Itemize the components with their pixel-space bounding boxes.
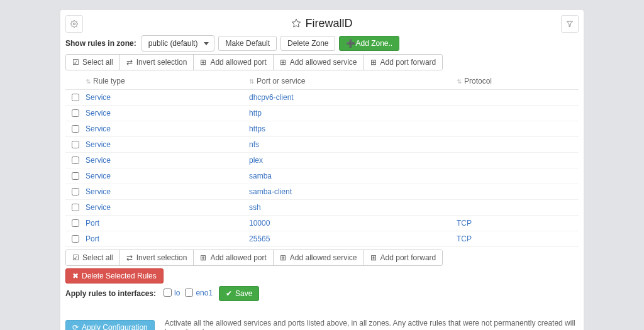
plus-icon: ➕ [346, 40, 352, 47]
apply-configuration-button[interactable]: ⟳ Apply Configuration [65, 320, 155, 330]
cell-protocol[interactable]: TCP [453, 231, 579, 247]
cell-port-or-service[interactable]: 10000 [245, 216, 453, 231]
sort-icon: ⇅ [86, 78, 91, 85]
table-row: Servicessh [65, 200, 579, 216]
table-row: Port25565TCP [65, 231, 579, 247]
plus-square-icon: ⊞ [280, 59, 286, 65]
check-icon: ☑ [72, 255, 79, 261]
cell-protocol[interactable] [453, 168, 579, 184]
swap-icon: ⇄ [126, 255, 133, 261]
interface-name: lo [174, 289, 180, 297]
col-protocol[interactable]: ⇅Protocol [453, 73, 579, 90]
cell-port-or-service[interactable]: ssh [245, 200, 453, 216]
row-checkbox[interactable] [72, 141, 79, 148]
invert-selection-button[interactable]: ⇄Invert selection [120, 250, 194, 265]
cell-protocol[interactable] [453, 90, 579, 106]
svg-marker-1 [292, 19, 301, 27]
refresh-icon: ⟳ [72, 324, 79, 330]
interface-checkbox[interactable] [164, 289, 172, 297]
page-title: FirewallD [291, 17, 352, 30]
table-row: Servicehttp [65, 106, 579, 121]
interface-checkbox[interactable] [185, 289, 193, 297]
cell-port-or-service[interactable]: samba-client [245, 184, 453, 200]
delete-zone-button[interactable]: Delete Zone [280, 36, 335, 51]
svg-point-0 [74, 23, 75, 25]
table-row: Servicehttps [65, 121, 579, 137]
cell-rule-type[interactable]: Service [82, 90, 245, 106]
add-allowed-port-button[interactable]: ⊞Add allowed port [194, 250, 273, 265]
delete-selected-button[interactable]: ✖ Delete Selected Rules [65, 268, 164, 283]
cell-rule-type[interactable]: Service [82, 168, 245, 184]
zone-selected-text: public (default) [148, 39, 198, 48]
row-checkbox[interactable] [72, 219, 79, 227]
add-port-forward-button[interactable]: ⊞Add port forward [364, 55, 443, 70]
add-allowed-service-button[interactable]: ⊞Add allowed service [274, 55, 364, 70]
col-port-or-service[interactable]: ⇅Port or service [245, 73, 453, 90]
cell-protocol[interactable] [453, 106, 579, 121]
row-checkbox[interactable] [72, 125, 79, 133]
sort-icon: ⇅ [457, 78, 462, 85]
filter-icon [566, 20, 574, 28]
add-allowed-port-button[interactable]: ⊞Add allowed port [194, 55, 273, 70]
save-interfaces-button[interactable]: ✔ Save [219, 286, 259, 301]
cell-rule-type[interactable]: Service [82, 184, 245, 200]
svg-marker-2 [567, 21, 573, 27]
rules-table: ⇅Rule type ⇅Port or service ⇅Protocol Se… [65, 73, 579, 247]
cell-rule-type[interactable]: Port [82, 216, 245, 231]
cell-protocol[interactable] [453, 121, 579, 137]
apply-configuration-desc: Activate all the allowed services and po… [165, 319, 579, 330]
add-port-forward-button[interactable]: ⊞Add port forward [364, 250, 443, 265]
row-checkbox[interactable] [72, 204, 79, 211]
cell-port-or-service[interactable]: https [245, 121, 453, 137]
row-checkbox[interactable] [72, 188, 79, 195]
page-title-text: FirewallD [305, 17, 352, 30]
zone-controls: Show rules in zone: public (default) Mak… [65, 35, 579, 52]
cell-protocol[interactable] [453, 184, 579, 200]
gear-icon [70, 20, 78, 28]
interface-option[interactable]: eno1 [185, 289, 213, 297]
star-icon [291, 18, 301, 28]
cell-rule-type[interactable]: Service [82, 200, 245, 216]
select-all-button[interactable]: ☑Select all [66, 55, 120, 70]
zone-label: Show rules in zone: [65, 39, 136, 48]
cell-port-or-service[interactable]: plex [245, 153, 453, 168]
row-checkbox[interactable] [72, 157, 79, 164]
cell-port-or-service[interactable]: samba [245, 168, 453, 184]
cell-protocol[interactable] [453, 137, 579, 153]
make-default-button[interactable]: Make Default [218, 36, 277, 51]
module-settings-button[interactable] [65, 15, 83, 33]
cell-port-or-service[interactable]: 25565 [245, 231, 453, 247]
cell-rule-type[interactable]: Port [82, 231, 245, 247]
interfaces-row: Apply rules to interfaces: loeno1 ✔ Save [65, 286, 579, 301]
cell-rule-type[interactable]: Service [82, 153, 245, 168]
cell-protocol[interactable]: TCP [453, 216, 579, 231]
select-all-button[interactable]: ☑Select all [66, 250, 120, 265]
row-checkbox[interactable] [72, 172, 79, 180]
add-allowed-service-button[interactable]: ⊞Add allowed service [274, 250, 364, 265]
col-rule-type[interactable]: ⇅Rule type [82, 73, 245, 90]
zone-select[interactable]: public (default) [142, 35, 215, 52]
swap-icon: ⇄ [126, 59, 133, 65]
cell-rule-type[interactable]: Service [82, 106, 245, 121]
cell-protocol[interactable] [453, 153, 579, 168]
cell-port-or-service[interactable]: dhcpv6-client [245, 90, 453, 106]
cell-rule-type[interactable]: Service [82, 137, 245, 153]
cell-port-or-service[interactable]: nfs [245, 137, 453, 153]
plus-square-icon: ⊞ [280, 255, 286, 261]
cell-rule-type[interactable]: Service [82, 121, 245, 137]
interfaces-label: Apply rules to interfaces: [65, 289, 156, 298]
plus-square-icon: ⊞ [370, 59, 377, 65]
row-checkbox[interactable] [72, 94, 79, 101]
row-checkbox[interactable] [72, 235, 79, 243]
table-row: Port10000TCP [65, 216, 579, 231]
row-checkbox[interactable] [72, 109, 79, 117]
invert-selection-button[interactable]: ⇄Invert selection [120, 55, 194, 70]
cell-port-or-service[interactable]: http [245, 106, 453, 121]
title-bar: FirewallD [65, 15, 579, 31]
filter-button[interactable] [561, 15, 579, 33]
table-row: Servicesamba-client [65, 184, 579, 200]
add-zone-button[interactable]: ➕ Add Zone.. [339, 36, 399, 51]
cell-protocol[interactable] [453, 200, 579, 216]
rules-toolbar-bottom: ☑Select all ⇄Invert selection ⊞Add allow… [65, 250, 443, 266]
interface-option[interactable]: lo [164, 289, 180, 297]
